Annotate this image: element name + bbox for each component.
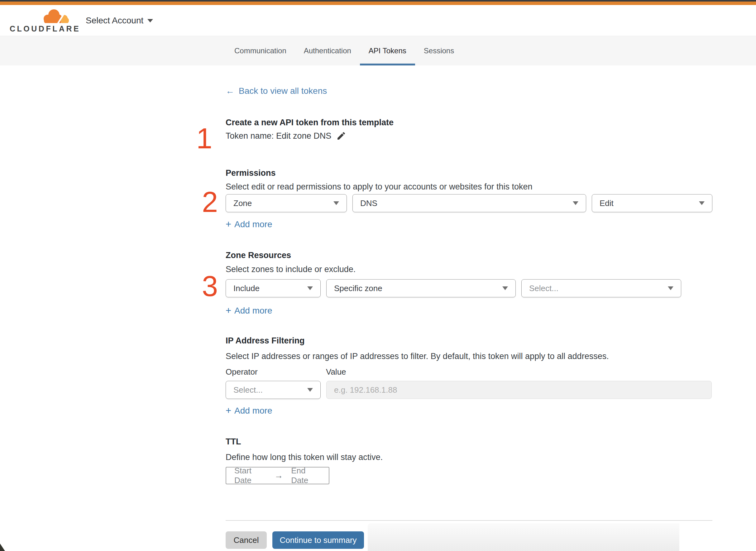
tabs: Communication Authentication API Tokens … — [226, 36, 463, 65]
chevron-down-icon — [699, 201, 705, 205]
tab-sessions[interactable]: Sessions — [415, 36, 463, 65]
add-more-label: Add more — [234, 306, 272, 316]
chevron-down-icon — [147, 19, 153, 22]
tab-label: Sessions — [424, 46, 454, 55]
account-selector[interactable]: Select Account — [86, 5, 153, 36]
zone-resources-heading: Zone Resources — [226, 250, 291, 260]
plus-icon: + — [226, 405, 231, 416]
header: CLOUDFLARE Select Account — [0, 5, 756, 36]
chevron-down-icon — [668, 287, 673, 290]
zone-picker-value: Select... — [529, 284, 559, 293]
right-arrow-icon: → — [274, 471, 283, 481]
ip-filtering-description: Select IP addresses or ranges of IP addr… — [226, 352, 609, 361]
zone-resources-row: Include Specific zone Select... — [226, 279, 681, 297]
permissions-add-more-link[interactable]: + Add more — [226, 219, 272, 230]
start-date-label: Start Date — [234, 466, 266, 485]
ip-value-input[interactable] — [326, 381, 712, 399]
cloudflare-logo[interactable]: CLOUDFLARE — [10, 7, 69, 34]
tab-label: Communication — [234, 46, 286, 55]
back-link-label: Back to view all tokens — [239, 86, 327, 96]
operator-label: Operator — [226, 367, 258, 377]
permissions-heading: Permissions — [226, 168, 276, 178]
end-date-label: End Date — [291, 466, 321, 485]
chevron-down-icon — [573, 201, 578, 205]
zone-scope-select[interactable]: Specific zone — [326, 279, 516, 297]
ip-filtering-add-more-link[interactable]: + Add more — [226, 405, 272, 416]
value-label: Value — [326, 367, 346, 377]
ip-operator-value: Select... — [233, 385, 263, 395]
permissions-row: Zone DNS Edit — [226, 194, 712, 212]
ip-filtering-heading: IP Address Filtering — [226, 336, 305, 346]
permission-level-select[interactable]: Edit — [592, 194, 712, 212]
chevron-down-icon — [307, 388, 313, 392]
chevron-down-icon — [307, 287, 313, 290]
annotation-step-2: 2 — [202, 188, 218, 216]
zone-picker-select[interactable]: Select... — [521, 279, 681, 297]
footer-divider — [226, 520, 712, 521]
edit-pencil-icon[interactable] — [336, 131, 346, 141]
tab-label: Authentication — [304, 46, 351, 55]
annotation-step-3: 3 — [202, 272, 218, 301]
ttl-description: Define how long this token will stay act… — [226, 453, 383, 462]
left-arrow-icon: ← — [226, 86, 234, 96]
token-name-label: Token name: Edit zone DNS — [226, 131, 331, 141]
permission-scope-select[interactable]: Zone — [226, 194, 347, 212]
tab-bar: Communication Authentication API Tokens … — [0, 36, 756, 65]
plus-icon: + — [226, 305, 231, 316]
tab-label: API Tokens — [368, 46, 407, 55]
date-range-picker[interactable]: Start Date → End Date — [226, 467, 329, 484]
tab-communication[interactable]: Communication — [226, 36, 295, 65]
ttl-heading: TTL — [226, 437, 241, 447]
permission-category-value: DNS — [360, 198, 377, 208]
ip-filtering-row: Select... — [226, 381, 712, 399]
zone-include-exclude-select[interactable]: Include — [226, 279, 321, 297]
zone-resources-description: Select zones to include or exclude. — [226, 264, 355, 274]
tab-authentication[interactable]: Authentication — [295, 36, 360, 65]
top-accent-bar — [0, 2, 756, 5]
chevron-down-icon — [502, 287, 508, 290]
tab-api-tokens[interactable]: API Tokens — [360, 36, 415, 65]
permission-category-select[interactable]: DNS — [352, 194, 586, 212]
account-selector-label: Select Account — [86, 16, 143, 26]
add-more-label: Add more — [234, 219, 272, 229]
back-link[interactable]: ← Back to view all tokens — [226, 86, 327, 96]
ip-operator-select[interactable]: Select... — [226, 381, 321, 399]
footer-gradient-panel — [368, 523, 679, 551]
zone-resources-add-more-link[interactable]: + Add more — [226, 305, 272, 316]
cloudflare-cloud-icon — [40, 8, 69, 24]
annotation-step-1: 1 — [196, 124, 212, 153]
permission-scope-value: Zone — [233, 198, 252, 208]
zone-include-exclude-value: Include — [233, 284, 259, 293]
continue-to-summary-button[interactable]: Continue to summary — [272, 531, 364, 549]
permissions-description: Select edit or read permissions to apply… — [226, 182, 533, 192]
plus-icon: + — [226, 219, 231, 230]
cancel-button[interactable]: Cancel — [226, 531, 267, 549]
zone-scope-value: Specific zone — [334, 284, 383, 293]
logo-wordmark: CLOUDFLARE — [10, 24, 80, 33]
stray-cursor-artifact — [0, 544, 5, 551]
chevron-down-icon — [333, 201, 339, 205]
add-more-label: Add more — [234, 406, 272, 416]
permission-level-value: Edit — [600, 198, 614, 208]
page-title: Create a new API token from this templat… — [226, 118, 394, 127]
token-name-row: Token name: Edit zone DNS — [226, 131, 346, 141]
